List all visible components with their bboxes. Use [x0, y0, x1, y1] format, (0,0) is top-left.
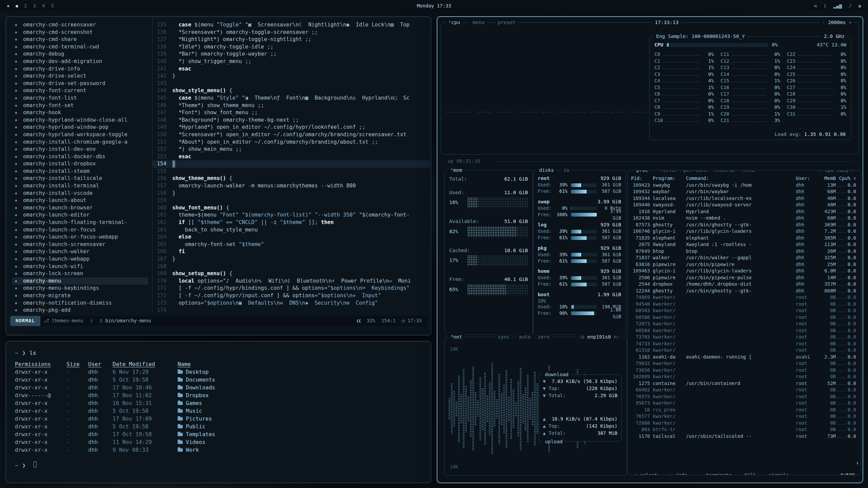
terminal-cursor[interactable]: [34, 462, 37, 467]
process-row[interactable]: 74869 kworker/ root 0B 0.0: [631, 294, 858, 301]
tray-icon[interactable]: ◉: [859, 3, 861, 8]
process-row[interactable]: 106746 glycin-i /usr/lib/glycin-loaders …: [631, 228, 858, 235]
header-user[interactable]: User:: [796, 175, 817, 182]
file-item[interactable]: ✱ omarchy-launch-screensaver: [12, 241, 148, 248]
process-row[interactable]: 2506 pipewire /usr/bin/pipewire-pulse dh…: [631, 274, 858, 281]
file-item[interactable]: ✱ omarchy-lock-screen: [12, 270, 148, 278]
net-sync-toggle[interactable]: sync: [495, 333, 512, 340]
file-item[interactable]: ✱ omarchy-launch-or-focus-webapp: [12, 233, 148, 241]
file-item[interactable]: ✱ omarchy-dev-add-migration: [12, 58, 148, 65]
tab-disks[interactable]: disks: [537, 167, 556, 174]
process-row[interactable]: 73703 kworker/ root 0B 0.0: [631, 334, 858, 341]
process-row[interactable]: 1275 containe /usr/bin/containerd root 5…: [631, 380, 858, 387]
interval-plus-button[interactable]: +: [849, 20, 852, 25]
process-row[interactable]: 95673 kworker/ root 0B 0.0: [631, 400, 858, 407]
interval-minus-button[interactable]: -: [822, 20, 825, 25]
process-row[interactable]: 109423 swaybg /usr/bin/swaybg -i /hom dh…: [631, 182, 858, 189]
proc-sort-selector[interactable]: ‹ cpu lazy ›: [816, 170, 857, 174]
file-item[interactable]: ✱ omarchy-cmd-screensaver: [12, 21, 148, 29]
workspace-button[interactable]: 3: [33, 3, 36, 8]
process-row[interactable]: 72088 kworker/ root 0B 0.0: [631, 420, 858, 427]
file-item[interactable]: ✱ omarchy-install-vscode: [12, 190, 148, 197]
process-row[interactable]: 68586 kworker/ root 0B 0.0: [631, 314, 858, 321]
tab-io[interactable]: io: [561, 167, 572, 174]
file-item[interactable]: ✱ omarchy-launch-or-focus: [12, 226, 148, 234]
file-item[interactable]: ✱ omarchy-launch-editor: [12, 211, 148, 219]
file-item[interactable]: ✱ omarchy-install-steam: [12, 168, 148, 175]
file-item[interactable]: ✱ omarchy-hyprland-window-close-all: [12, 117, 148, 124]
file-item[interactable]: ✱ omarchy-drive-select: [12, 73, 148, 80]
file-item[interactable]: ✱ omarchy-launch-walker: [12, 248, 148, 256]
file-item[interactable]: ✱ omarchy-debug: [12, 50, 148, 58]
file-item[interactable]: ✱ omarchy-drive-set-password: [12, 80, 148, 87]
file-item[interactable]: ✱ omarchy-install-chromium-google-a: [12, 139, 148, 146]
file-item[interactable]: ✱ omarchy-install-docker-dbs: [12, 153, 148, 161]
process-row[interactable]: 803 btrfs-tr root 0B 0.0: [631, 426, 858, 433]
process-row[interactable]: 109440 swayosd- /usr/lib/swayosd-server …: [631, 202, 858, 208]
net-auto-toggle[interactable]: auto: [516, 333, 533, 340]
process-row[interactable]: 109463 glycin-i /usr/lib/glycin-loaders …: [631, 268, 858, 274]
file-item[interactable]: ✱ omarchy-hook: [12, 109, 148, 117]
process-row[interactable]: 76575 kworker/ root 0B 0.0: [631, 393, 858, 400]
file-item[interactable]: ✱ omarchy-migrate: [12, 292, 148, 300]
proc-reverse-button[interactable]: reverse: [712, 170, 737, 174]
tab-mem[interactable]: ²mem: [448, 167, 465, 174]
file-item[interactable]: ✱ omarchy-notification-dismiss: [12, 300, 148, 307]
preset-button[interactable]: preset: [495, 19, 518, 26]
process-row[interactable]: 109432 waybar /usr/bin/waybar dhh 68M 0.…: [631, 188, 858, 195]
process-row[interactable]: 73656 kworker/ root 0B 0.0: [631, 367, 858, 374]
header-program[interactable]: Program:: [653, 175, 686, 182]
workspace-button[interactable]: 2: [24, 3, 27, 8]
process-row[interactable]: 76577 kworker/ root 0B 0.0: [631, 413, 858, 420]
process-row[interactable]: 1162 avahi-da avahi-daemon: running [ av…: [631, 354, 858, 361]
file-item[interactable]: ✱ omarchy-install-terminal: [12, 182, 148, 190]
process-row[interactable]: 71837 walker /usr/bin/walker --gappl dhh…: [631, 255, 858, 261]
tray-icon[interactable]: ▂▄▆: [833, 3, 842, 8]
process-row[interactable]: 102099 kworker/ root 0B 0.0: [631, 373, 858, 380]
process-row[interactable]: 68583 kworker/ root 0B 0.0: [631, 307, 858, 314]
file-item[interactable]: ✱ omarchy-launch-floating-terminal-: [12, 219, 148, 226]
file-item[interactable]: ✱ omarchy-install-dev-env: [12, 146, 148, 153]
omarchy-logo-icon[interactable]: ❖: [7, 3, 9, 8]
tab-proc[interactable]: ⁴proc: [631, 170, 651, 174]
process-row[interactable]: 87573 ghostty /usr/bin/ghostty --gtk- dh…: [631, 222, 858, 228]
process-row[interactable]: 63816 pipewire /usr/bin/pipewire dhh 25M…: [631, 261, 858, 268]
workspace-button[interactable]: 4: [42, 3, 45, 8]
process-row[interactable]: 79032 kworker/ root 0B 0.0: [631, 360, 858, 367]
process-row[interactable]: 87649 btop btop dhh 26M 0.0: [631, 248, 858, 255]
file-item[interactable]: ✱ omarchy-menu: [12, 278, 148, 285]
process-row[interactable]: 2544 dropbox /home/dhh/.dropbox-dist dhh…: [631, 281, 858, 288]
tray-icon[interactable]: ⇆: [814, 3, 817, 8]
process-row[interactable]: 72073 kworker/ root 0B 0.0: [631, 321, 858, 327]
footer-action[interactable]: signals: [767, 472, 791, 475]
header-cpu[interactable]: Cpu% ↑: [836, 175, 856, 182]
update-interval[interactable]: - 2000ms +: [820, 19, 854, 26]
file-item[interactable]: ✱ omarchy-font-list: [12, 95, 148, 102]
process-row[interactable]: 68584 kworker/ root 0B 0.0: [631, 327, 858, 334]
tab-net[interactable]: ³net: [448, 333, 465, 340]
file-item[interactable]: ✱ omarchy-drive-info: [12, 65, 148, 73]
process-row[interactable]: 81310 kworker/ root 0B 0.0: [631, 347, 858, 354]
process-row[interactable]: 1916 Hyprland Hyprland dhh 423M 0.0: [631, 208, 858, 215]
net-interface-switcher[interactable]: ‹b enp191s0 n›: [576, 333, 622, 340]
process-row[interactable]: 68402 kworker/ root 0B 0.0: [631, 387, 858, 393]
file-item[interactable]: ✱ omarchy-install-tailscale: [12, 175, 148, 182]
proc-tree-button[interactable]: tree: [740, 170, 757, 174]
header-command[interactable]: Command:: [686, 175, 796, 182]
proc-percore-button[interactable]: per-core: [681, 170, 710, 174]
file-item[interactable]: ✱ omarchy-hyprland-workspace-toggle: [12, 131, 148, 139]
footer-action[interactable]: ↓ info: [668, 472, 689, 475]
file-item[interactable]: ✱ omarchy-launch-browser: [12, 204, 148, 212]
process-row[interactable]: 1170 tailscal /usr/sbin/tailscaled -- ro…: [631, 433, 858, 440]
code-editor[interactable]: 135 case $(menu "Toggle" "▣ Screensaver\…: [153, 17, 430, 314]
file-item[interactable]: ✱ omarchy-cmd-share: [12, 36, 148, 43]
header-mem[interactable]: MemB: [817, 175, 836, 182]
process-row[interactable]: 74733 kworker/ root 0B 0.0: [631, 341, 858, 347]
file-item[interactable]: ✱ omarchy-pkg-add: [12, 307, 148, 314]
process-table-header[interactable]: Pid: Program: Command: User: MemB Cpu% ↑: [631, 175, 858, 182]
workspace-active-icon[interactable]: ■: [16, 4, 18, 8]
workspace-button[interactable]: 5: [51, 3, 54, 8]
file-item[interactable]: ✱ omarchy-cmd-screenshot: [12, 29, 148, 36]
file-item[interactable]: ✱ omarchy-launch-webapp: [12, 256, 148, 263]
file-item[interactable]: ✱ omarchy-hyprland-window-pop: [12, 124, 148, 131]
